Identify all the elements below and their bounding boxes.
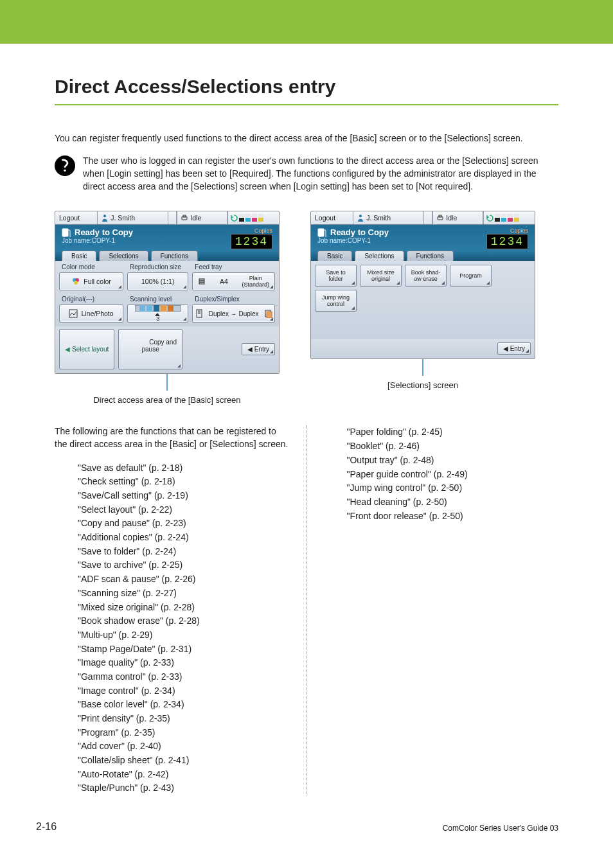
- function-item: "Book shadow erase" (p. 2-28): [78, 614, 290, 628]
- header-bar: [0, 0, 613, 44]
- color-mode-button[interactable]: Full color: [59, 272, 123, 290]
- function-item: "Head cleaning" (p. 2-50): [347, 495, 559, 509]
- tab-functions-2[interactable]: Functions: [407, 251, 454, 261]
- function-item: "Collate/slip sheet" (p. 2-41): [78, 754, 290, 768]
- user-icon: [357, 214, 364, 222]
- function-item: "Base color level" (p. 2-34): [78, 698, 290, 712]
- function-item: "Gamma control" (p. 2-33): [78, 670, 290, 684]
- duplex-in-icon: [195, 309, 204, 318]
- user-cell-2: J. Smith: [353, 211, 424, 224]
- function-item: "Multi-up" (p. 2-29): [78, 628, 290, 642]
- original-value: Line/Photo: [81, 310, 113, 317]
- logout-button[interactable]: Logout: [55, 211, 98, 224]
- tab-functions[interactable]: Functions: [151, 251, 198, 261]
- sel-jump-wing-control[interactable]: Jump wing control: [315, 290, 357, 312]
- scan-label: Scanning level: [127, 294, 188, 305]
- logout-label: Logout: [59, 214, 80, 222]
- job-name: Job name:COPY-1: [62, 237, 133, 244]
- function-list-right: "Paper folding" (p. 2-45)"Booklet" (p. 2…: [324, 425, 559, 523]
- svg-point-0: [64, 169, 66, 171]
- ready-icon: [317, 228, 326, 237]
- function-item: "Output tray" (p. 2-48): [347, 454, 559, 468]
- duplex-value: Duplex → Duplex: [209, 310, 259, 317]
- selections-grid: Save to folder Mixed size original Book …: [311, 261, 535, 339]
- feed-value1: A4: [220, 278, 228, 285]
- user-name: J. Smith: [111, 214, 135, 222]
- function-item: "Image quality" (p. 2-33): [78, 656, 290, 670]
- guide-title: ComColor Series User's Guide 03: [443, 824, 558, 833]
- function-item: "Print density" (p. 2-35): [78, 712, 290, 726]
- color-icon: [71, 277, 80, 286]
- feed-button[interactable]: A4 Plain (Standard): [192, 272, 275, 290]
- function-item: "Copy and pause" (p. 2-23): [78, 517, 290, 531]
- function-item: "Scanning size" (p. 2-27): [78, 587, 290, 601]
- tab-selections-2[interactable]: Selections: [355, 251, 404, 261]
- selections-caption: [Selections] screen: [310, 380, 535, 390]
- svg-point-1: [103, 215, 106, 218]
- sel-save-to-folder[interactable]: Save to folder: [315, 265, 357, 287]
- function-item: "Booklet" (p. 2-46): [347, 439, 559, 454]
- function-item: "Jump wing control" (p. 2-50): [347, 481, 559, 495]
- svg-point-8: [74, 281, 78, 285]
- entry-label: ◀ Entry: [247, 346, 269, 353]
- intro-text: You can register frequently used functio…: [55, 132, 558, 145]
- status-idle-2: Idle: [432, 211, 483, 224]
- original-button[interactable]: Line/Photo: [59, 305, 123, 323]
- function-item: "Stamp Page/Date" (p. 2-31): [78, 642, 290, 657]
- page-number: 2-16: [36, 821, 57, 833]
- sel-mixed-size-original[interactable]: Mixed size original: [360, 265, 402, 287]
- sel-book-shadow-erase[interactable]: Book shad- ow erase: [405, 265, 447, 287]
- status-idle: Idle: [177, 211, 227, 224]
- function-item: "Auto-Rotate" (p. 2-42): [78, 768, 290, 782]
- duplex-button[interactable]: Duplex → Duplex: [192, 305, 275, 323]
- function-item: "Check setting" (p. 2-18): [78, 475, 290, 489]
- feed-value2: Plain (Standard): [242, 275, 269, 288]
- basic-caption: Direct access area of the [Basic] screen: [55, 395, 280, 405]
- feed-label: Feed tray: [192, 262, 275, 272]
- scan-button[interactable]: 3: [127, 305, 188, 323]
- printer-icon: [181, 215, 188, 221]
- svg-rect-12: [69, 310, 77, 317]
- basic-screen-figure: Logout J. Smith Idle: [55, 211, 280, 421]
- function-item: "Additional copies" (p. 2-24): [78, 531, 290, 545]
- copy-pause-label: Copy and pause: [142, 339, 177, 353]
- linephoto-icon: [69, 309, 78, 318]
- repro-value: 100% (1:1): [141, 278, 174, 285]
- ready-icon: [62, 228, 71, 237]
- entry-button-2[interactable]: ◀ Entry: [497, 342, 531, 355]
- copy-and-pause-button[interactable]: Copy and pause: [118, 329, 182, 369]
- list-lead: The following are the functions that can…: [55, 425, 290, 450]
- note-block: The user who is logged in can register t…: [55, 154, 558, 193]
- select-layout-button[interactable]: ◀Select layout: [59, 329, 114, 369]
- note-icon: [55, 155, 75, 176]
- function-list-left: "Save as default" (p. 2-18)"Check settin…: [55, 461, 290, 796]
- function-item: "ADF scan & pause" (p. 2-26): [78, 572, 290, 587]
- function-item: "Paper guide control" (p. 2-49): [347, 468, 559, 482]
- function-item: "Save to folder" (p. 2-24): [78, 545, 290, 559]
- ink-k-icon: [239, 214, 244, 222]
- color-mode-value: Full color: [84, 278, 111, 285]
- tab-selections[interactable]: Selections: [99, 251, 148, 261]
- function-item: "Mixed size original" (p. 2-28): [78, 601, 290, 615]
- repro-button[interactable]: 100% (1:1): [127, 272, 188, 290]
- logout-button-2[interactable]: Logout: [311, 211, 353, 224]
- repro-label: Reproduction size: [127, 262, 188, 272]
- function-item: "Add cover" (p. 2-40): [78, 740, 290, 754]
- function-item: "Image control" (p. 2-34): [78, 684, 290, 698]
- tab-basic[interactable]: Basic: [62, 251, 96, 261]
- idle-label: Idle: [190, 214, 201, 222]
- function-item: "Save/Call setting" (p. 2-19): [78, 489, 290, 503]
- function-item: "Front door release" (p. 2-50): [347, 509, 559, 524]
- page-title: Direct Access/Selections entry: [55, 76, 558, 98]
- function-item: "Paper folding" (p. 2-45): [347, 425, 559, 439]
- copies-value: 1234: [231, 234, 272, 249]
- svg-rect-10: [199, 281, 204, 282]
- sel-program[interactable]: Program: [450, 265, 492, 287]
- svg-rect-11: [199, 283, 204, 284]
- note-text: The user who is logged in can register t…: [83, 154, 558, 193]
- entry-button[interactable]: ◀ Entry: [242, 343, 275, 355]
- function-item: "Program" (p. 2-35): [78, 726, 290, 740]
- tab-basic-2[interactable]: Basic: [317, 251, 352, 261]
- select-layout-label: Select layout: [72, 346, 109, 353]
- title-rule: [55, 104, 558, 105]
